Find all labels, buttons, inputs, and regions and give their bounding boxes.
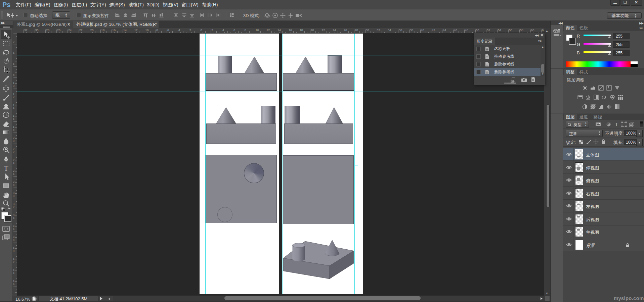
svg-text:T: T <box>4 164 8 172</box>
svg-text:T: T <box>615 122 618 127</box>
